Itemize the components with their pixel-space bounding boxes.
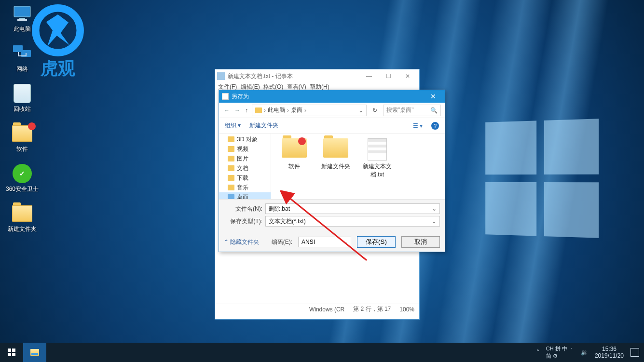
taskbar: ˄ CH 拼 中 ㆍ 简 ⚙ 🔉 15:36 2019/11/20 [0,343,644,362]
desktop-icon-label: 网络 [4,65,41,73]
search-input[interactable]: 搜索"桌面" 🔍 [383,105,441,116]
desktop-icon-recycle-bin[interactable]: 回收站 [4,84,41,113]
desktop-icon-label: 软件 [4,145,41,153]
save-button[interactable]: 保存(S) [357,236,396,248]
encoding-select[interactable]: ANSI [298,237,351,247]
crumb-item[interactable]: 桌面 [291,106,302,114]
dialog-close-button[interactable]: ✕ [425,93,442,100]
tree-item-pictures[interactable]: 图片 [219,154,271,163]
desktop-icon-label: 新建文件夹 [4,225,41,233]
file-label: 新建文件夹 [318,162,353,171]
dialog-toolbar: 组织 ▾ 新建文件夹 ☰ ▾ ? [219,118,445,134]
maximize-button[interactable]: ☐ [379,73,398,80]
status-cursor: 第 2 行，第 17 [353,305,391,313]
badge-icon [28,122,36,130]
filetype-select[interactable]: 文本文档(*.txt) [265,216,440,227]
desktop-icon-360[interactable]: ✓ 360安全卫士 [4,164,41,193]
menu-format[interactable]: 格式(O) [263,83,283,90]
filetype-label: 保存类型(T): [224,217,265,226]
tray-volume-icon[interactable]: 🔉 [581,349,588,356]
filename-label: 文件名(N): [224,205,265,213]
desktop-icon-label: 360安全卫士 [4,185,41,193]
view-button[interactable]: ☰ ▾ [413,122,423,129]
tree-item-documents[interactable]: 文档 [219,163,271,173]
hide-folders-toggle[interactable]: ⌃ 隐藏文件夹 [224,238,259,246]
dialog-fields: 文件名(N): 删除.bat 保存类型(T): 文本文档(*.txt) [219,199,445,232]
file-label: 新建文本文档.txt [360,162,395,179]
new-folder-button[interactable]: 新建文件夹 [249,121,278,130]
start-button[interactable] [0,343,23,362]
badge-icon [298,137,306,145]
encoding-label: 编码(E): [272,238,292,246]
status-eol: Windows (CR [309,306,344,313]
dialog-bottom-bar: ⌃ 隐藏文件夹 编码(E): ANSI 保存(S) 取消 [219,232,445,252]
svg-rect-1 [14,6,30,17]
organize-button[interactable]: 组织 ▾ [225,121,241,130]
minimize-button[interactable]: — [359,73,379,80]
search-placeholder: 搜索"桌面" [386,106,414,114]
tree-item-music[interactable]: 音乐 [219,183,271,192]
360-icon: ✓ [13,164,32,183]
file-item-txt[interactable]: 新建文本文档.txt [360,138,395,179]
crumb-item[interactable]: 此电脑 [268,106,285,114]
desktop-icon-label: 此电脑 [4,25,41,33]
file-list[interactable]: 软件 新建文件夹 新建文本文档.txt [271,134,445,199]
folder-icon [323,138,348,158]
help-button[interactable]: ? [431,122,439,130]
tree-item-videos[interactable]: 视频 [219,144,271,154]
menu-file[interactable]: 文件(F) [218,83,237,90]
search-icon: 🔍 [430,107,438,114]
notepad-icon [217,72,225,80]
clock-date: 2019/11/20 [595,352,624,359]
ime-indicator[interactable]: CH 拼 中 ㆍ 简 ⚙ [546,345,574,360]
desktop-icons: 此电脑 网络 回收站 软件 ✓ 360安全卫士 新建文件夹 [4,4,42,244]
status-zoom: 100% [399,306,414,313]
notepad-title-text: 新建文本文档.txt - 记事本 [228,72,293,80]
desktop-icon-network[interactable]: 网络 [4,44,41,73]
cancel-button[interactable]: 取消 [401,236,440,248]
txt-icon [368,138,387,161]
file-item-software[interactable]: 软件 [277,138,312,171]
nav-back-button[interactable]: ← [223,106,231,115]
menu-edit[interactable]: 编辑(E) [241,83,260,90]
action-center-button[interactable] [630,348,639,357]
folder-icon [255,107,262,113]
wallpaper-windows-logo [485,119,599,238]
close-button[interactable]: ✕ [398,73,417,80]
desktop-icon-new-folder[interactable]: 新建文件夹 [4,204,41,233]
file-item-new-folder[interactable]: 新建文件夹 [318,138,353,171]
folder-icon [12,205,32,222]
nav-up-button[interactable]: ↑ [244,106,249,115]
notepad-titlebar[interactable]: 新建文本文档.txt - 记事本 — ☐ ✕ [215,69,419,83]
system-tray: ˄ CH 拼 中 ㆍ 简 ⚙ 🔉 15:36 2019/11/20 [532,343,644,362]
tree-item-desktop[interactable]: 桌面 [219,192,271,199]
breadcrumb[interactable]: › 此电脑 › 桌面 › ⌄ [252,105,367,116]
dialog-titlebar[interactable]: 另存为 ✕ [219,90,445,103]
explorer-icon [30,349,39,356]
nav-forward-button[interactable]: → [233,106,241,115]
desktop-icon-this-pc[interactable]: 此电脑 [4,4,41,33]
clock-time: 15:36 [595,346,624,352]
tree-item-3d[interactable]: 3D 对象 [219,134,271,144]
tray-clock[interactable]: 15:36 2019/11/20 [595,346,624,359]
dialog-title-text: 另存为 [232,93,249,101]
taskbar-app-explorer[interactable] [23,343,46,362]
tray-overflow-button[interactable]: ˄ [536,349,539,356]
svg-rect-3 [17,19,27,21]
desktop-icon-label: 回收站 [4,105,41,113]
svg-rect-2 [19,18,25,19]
menu-view[interactable]: 查看(V) [287,83,306,90]
recycle-bin-icon [14,84,31,103]
save-as-dialog: 另存为 ✕ ← → ↑ › 此电脑 › 桌面 › ⌄ ↻ 搜索"桌面" 🔍 组织… [219,90,445,252]
desktop-icon-software[interactable]: 软件 [4,124,41,153]
dialog-icon [222,93,229,100]
nav-tree: 3D 对象 视频 图片 文档 下载 音乐 桌面 [219,134,271,199]
dialog-nav-bar: ← → ↑ › 此电脑 › 桌面 › ⌄ ↻ 搜索"桌面" 🔍 [219,103,445,118]
filename-input[interactable]: 删除.bat [265,203,440,214]
nav-refresh-button[interactable]: ↻ [370,107,380,114]
notepad-statusbar: Windows (CR 第 2 行，第 17 100% [215,304,419,314]
file-label: 软件 [277,162,312,171]
tree-item-downloads[interactable]: 下载 [219,173,271,183]
menu-help[interactable]: 帮助(H) [310,83,329,90]
